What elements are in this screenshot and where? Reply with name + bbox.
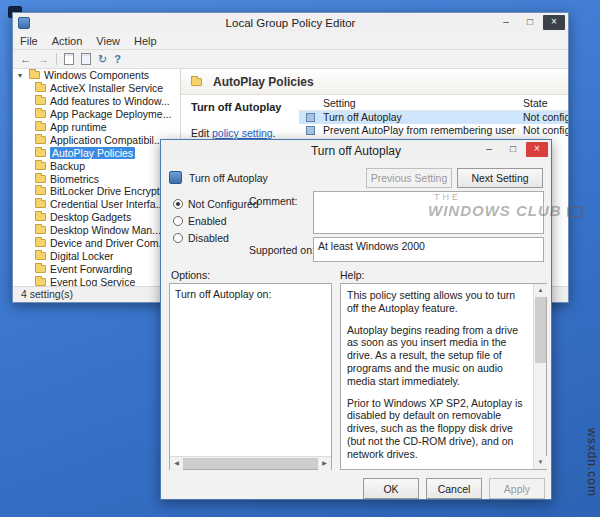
tree-item[interactable]: BitLocker Drive Encrypt... — [13, 185, 180, 198]
tree-item[interactable]: Device and Driver Com... — [13, 237, 180, 250]
close-button-icon[interactable]: × — [543, 15, 565, 30]
folder-icon — [35, 97, 46, 105]
edit-policy-setting-link[interactable]: policy setting — [212, 127, 273, 139]
refresh-icon[interactable]: ↻ — [98, 51, 107, 67]
status-text: 4 setting(s) — [21, 288, 73, 300]
policy-doc-icon — [306, 126, 315, 135]
minimize-button-icon[interactable]: – — [495, 15, 517, 30]
ok-button[interactable]: OK — [363, 478, 419, 499]
scroll-right-icon[interactable]: ▶ — [318, 457, 331, 470]
forward-icon[interactable]: → — [38, 51, 49, 67]
help-panel: This policy setting allows you to turn o… — [340, 283, 547, 470]
tree-item[interactable]: App runtime — [13, 121, 180, 134]
tree-item[interactable]: Backup — [13, 159, 180, 172]
tree-item-label: App runtime — [50, 121, 107, 133]
supported-on-box[interactable]: At least Windows 2000 — [313, 237, 544, 262]
tree-item[interactable]: Event Log Service — [13, 275, 180, 286]
toolbar: ← → ↻ ? — [13, 50, 568, 69]
menu-file[interactable]: File — [20, 35, 38, 47]
export-list-icon[interactable] — [81, 53, 91, 65]
settings-rows: Turn off AutoplayNot configu...Prevent A… — [299, 111, 568, 137]
menu-help[interactable]: Help — [134, 35, 157, 47]
scroll-left-icon[interactable]: ◀ — [170, 457, 183, 470]
dialog-body: Turn off Autoplay Previous Setting Next … — [161, 162, 551, 499]
site-watermark: wsxdn.com — [585, 428, 599, 497]
tree-item[interactable]: Biometrics — [13, 172, 180, 185]
results-title: AutoPlay Policies — [213, 75, 314, 89]
tree-item[interactable]: Add features to Window... — [13, 95, 180, 108]
help-label: Help: — [340, 269, 365, 281]
cancel-button[interactable]: Cancel — [426, 478, 482, 499]
tree-item[interactable]: Credential User Interfa... — [13, 198, 180, 211]
tree-item[interactable]: Application Compatibil... — [13, 133, 180, 146]
next-setting-button[interactable]: Next Setting — [457, 168, 543, 188]
main-titlebar[interactable]: Local Group Policy Editor – □ × — [13, 13, 568, 33]
menu-bar: File Action View Help — [13, 33, 568, 50]
settings-list-header[interactable]: Setting State — [299, 97, 568, 111]
dialog-close-button-icon[interactable]: × — [526, 142, 548, 157]
horizontal-scrollbar-thumb[interactable] — [183, 458, 318, 469]
desktop: Local Group Policy Editor – □ × File Act… — [0, 0, 600, 517]
previous-setting-button[interactable]: Previous Setting — [366, 168, 452, 188]
tree-item-label: AutoPlay Policies — [50, 147, 135, 159]
setting-name: Prevent AutoPlay from remembering user c… — [323, 124, 519, 136]
expander-icon[interactable]: ▾ — [18, 71, 29, 80]
tree-item[interactable]: AutoPlay Policies — [13, 146, 180, 159]
menu-action[interactable]: Action — [52, 35, 83, 47]
apply-button[interactable]: Apply — [489, 478, 545, 499]
policy-doc-icon — [306, 113, 315, 122]
radio-icon — [173, 199, 183, 209]
options-horizontal-scrollbar[interactable]: ◀ ▶ — [170, 456, 331, 469]
tree-item[interactable]: App Package Deployme... — [13, 108, 180, 121]
tree-item-label: Backup — [50, 160, 85, 172]
setting-state: Not configu... — [523, 111, 568, 123]
folder-icon — [35, 213, 46, 221]
help-icon[interactable]: ? — [114, 51, 121, 67]
dialog-policy-name: Turn off Autoplay — [189, 172, 268, 184]
radio-option[interactable]: Enabled — [173, 212, 259, 229]
dialog-minimize-button-icon[interactable]: – — [478, 142, 500, 157]
tree-item[interactable]: Digital Locker — [13, 249, 180, 262]
tree-root[interactable]: ▾ Windows Components — [13, 69, 180, 82]
radio-option[interactable]: Disabled — [173, 229, 259, 246]
dialog-titlebar[interactable]: Turn off Autoplay – □ × — [161, 140, 551, 162]
scroll-up-icon[interactable]: ▲ — [534, 284, 547, 297]
tree-item[interactable]: Desktop Gadgets — [13, 211, 180, 224]
folder-icon — [35, 278, 46, 286]
tree-item[interactable]: ActiveX Installer Service — [13, 82, 180, 95]
radio-label: Enabled — [188, 215, 227, 227]
help-vertical-scrollbar[interactable]: ▲ ▼ — [533, 284, 546, 469]
radio-option[interactable]: Not Configured — [173, 195, 259, 212]
folder-icon — [29, 71, 40, 79]
setting-state: Not configu... — [523, 124, 568, 136]
help-paragraph: Autoplay begins reading from a drive as … — [347, 324, 528, 388]
edit-prefix: Edit — [191, 127, 212, 139]
maximize-button-icon[interactable]: □ — [519, 15, 541, 30]
tree-item-label: BitLocker Drive Encrypt... — [50, 185, 168, 197]
back-icon[interactable]: ← — [20, 51, 31, 67]
scroll-down-icon[interactable]: ▼ — [534, 456, 547, 469]
vertical-scrollbar-thumb[interactable] — [535, 297, 546, 363]
settings-list-row[interactable]: Turn off AutoplayNot configu... — [299, 111, 568, 124]
folder-icon — [191, 78, 202, 86]
tree-item-label: Desktop Window Man... — [50, 224, 161, 236]
tree-item[interactable]: Desktop Window Man... — [13, 224, 180, 237]
dialog-maximize-button-icon[interactable]: □ — [502, 142, 524, 157]
comment-label: Comment: — [249, 195, 297, 207]
radio-icon — [173, 216, 183, 226]
tree-item-label: Credential User Interfa... — [50, 198, 164, 210]
supported-on-label: Supported on: — [249, 244, 315, 256]
tree-item-label: Device and Driver Com... — [50, 237, 167, 249]
tree-item-label: Biometrics — [50, 173, 99, 185]
comment-textarea[interactable] — [313, 191, 544, 234]
radio-group: Not ConfiguredEnabledDisabled — [173, 195, 259, 246]
column-state[interactable]: State — [523, 97, 548, 109]
folder-icon — [35, 175, 46, 183]
column-setting[interactable]: Setting — [323, 97, 356, 109]
toolbar-separator — [56, 53, 57, 65]
show-console-tree-icon[interactable] — [64, 53, 74, 65]
tree-item[interactable]: Event Forwarding — [13, 262, 180, 275]
edit-suffix: . — [273, 127, 276, 139]
settings-list-row[interactable]: Prevent AutoPlay from remembering user c… — [299, 124, 568, 137]
menu-view[interactable]: View — [96, 35, 120, 47]
